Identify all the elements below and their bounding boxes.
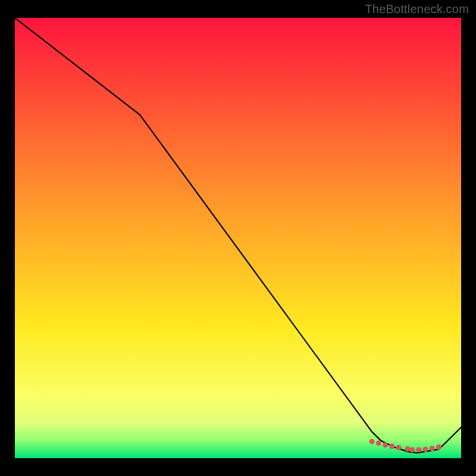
marker-dot xyxy=(376,440,381,446)
chart-plot-area xyxy=(15,18,461,458)
marker-dot xyxy=(389,444,394,449)
marker-dot xyxy=(430,446,435,451)
chart-container: TheBottleneck.com xyxy=(0,0,476,476)
marker-dot xyxy=(396,445,402,450)
watermark-text: TheBottleneck.com xyxy=(365,2,469,16)
marker-dot xyxy=(383,442,388,447)
chart-svg xyxy=(15,18,461,458)
chart-background xyxy=(15,18,461,458)
marker-dot xyxy=(416,447,421,452)
marker-dot xyxy=(423,447,428,452)
marker-dot xyxy=(369,439,375,444)
marker-dot xyxy=(409,447,415,452)
marker-dot xyxy=(436,444,441,450)
marker-dot xyxy=(405,446,411,452)
